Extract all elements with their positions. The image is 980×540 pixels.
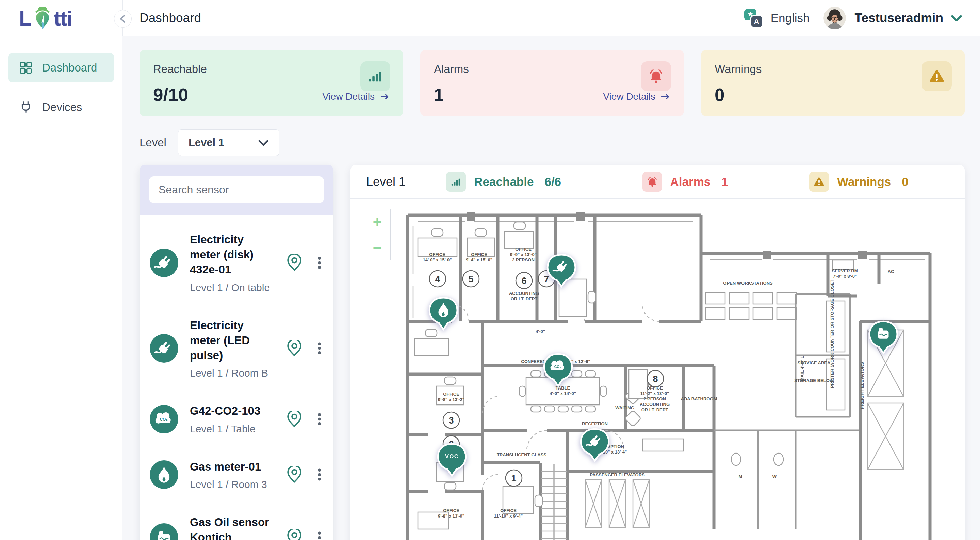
svg-text:1: 1 <box>511 473 516 483</box>
level-dropdown[interactable]: Level 1 <box>178 129 279 156</box>
stat-title: Alarms <box>434 63 670 76</box>
svg-text:4'-0": 4'-0" <box>536 329 545 334</box>
locate-pin-icon[interactable] <box>286 340 303 357</box>
svg-text:TRANSLUCENT GLASS: TRANSLUCENT GLASS <box>497 452 546 457</box>
svg-text:SERVER RM: SERVER RM <box>832 268 858 273</box>
arrow-right-icon <box>661 92 670 101</box>
svg-text:MAIL 4'-0" L: MAIL 4'-0" L <box>800 356 805 381</box>
svg-text:5: 5 <box>468 274 473 284</box>
svg-text:OFFICE: OFFICE <box>429 252 445 257</box>
translate-icon[interactable]: A <box>743 8 763 28</box>
svg-text:ACCOUNTING: ACCOUNTING <box>640 402 670 407</box>
dashboard-grid-icon <box>19 61 33 75</box>
search-input[interactable] <box>149 176 324 203</box>
svg-text:FREIGHT ELEVATORS: FREIGHT ELEVATORS <box>859 362 865 409</box>
kebab-menu-icon[interactable] <box>316 408 323 430</box>
view-details-link[interactable]: View Details <box>322 91 389 102</box>
zoom-out-button[interactable]: − <box>364 234 390 260</box>
kebab-menu-icon[interactable] <box>316 338 323 359</box>
language-label[interactable]: English <box>771 11 810 25</box>
stat-title: Warnings <box>714 63 951 76</box>
chevron-down-icon <box>258 137 269 148</box>
locate-pin-icon[interactable] <box>286 466 303 483</box>
svg-text:9'-4" x 15'-0": 9'-4" x 15'-0" <box>466 257 492 263</box>
svg-text:AC: AC <box>888 269 894 274</box>
floor-plan-card: Level 1 Reachable6/6 Alarms1 <box>350 165 965 540</box>
svg-text:A: A <box>754 18 759 26</box>
stat-title: Reachable <box>153 63 390 76</box>
svg-text:6: 6 <box>521 276 527 286</box>
co2-sensor-icon <box>150 405 178 433</box>
sensor-location: Level 1 / On table <box>190 282 274 293</box>
kebab-menu-icon[interactable] <box>316 527 323 540</box>
avatar[interactable] <box>824 7 846 29</box>
svg-text:W: W <box>772 474 777 479</box>
sidebar-collapse-button[interactable] <box>114 10 132 27</box>
svg-text:OFFICE: OFFICE <box>500 508 517 513</box>
svg-text:ACCOUNTING: ACCOUNTING <box>509 291 539 296</box>
svg-text:11'-2" x 13'-0": 11'-2" x 13'-0" <box>640 391 669 396</box>
map-marker-flame[interactable] <box>430 298 457 329</box>
sensor-location: Level 1 / Room 3 <box>190 479 274 490</box>
sensor-list-item[interactable]: Gas Oil sensor Kontich Level 1 / Stairca… <box>150 503 323 540</box>
stat-cards-row: Reachable 9/10 View Details Alarms 1 Vie… <box>140 50 965 116</box>
arrow-right-icon <box>380 92 389 101</box>
sensor-list-item[interactable]: Electricity meter (disk) 432e-01 Level 1… <box>150 220 323 306</box>
sensor-search-header <box>140 165 334 215</box>
stat-card-reachable: Reachable 9/10 View Details <box>140 50 403 116</box>
svg-text:OFFICE: OFFICE <box>515 247 531 252</box>
stat-value: 0 <box>714 84 951 105</box>
sensor-name: Gas Oil sensor Kontich <box>190 515 274 540</box>
svg-text:WAITING: WAITING <box>615 405 634 410</box>
plug-sensor-icon <box>150 248 178 277</box>
level-dropdown-value: Level 1 <box>189 137 224 149</box>
plug-icon <box>19 100 33 114</box>
svg-text:14'-0" x 15'-0": 14'-0" x 15'-0" <box>423 257 452 263</box>
sensor-location: Level 1 / Room B <box>190 367 274 379</box>
tank-sensor-icon <box>150 523 178 540</box>
locate-pin-icon[interactable] <box>286 411 303 428</box>
floor-plan[interactable]: OFFICE14'-0" x 15'-0"OFFICE9'-4" x 15'-0… <box>404 205 932 540</box>
svg-text:8: 8 <box>653 374 658 384</box>
svg-text:OFFICE: OFFICE <box>443 508 460 513</box>
floor-plan-header: Level 1 Reachable6/6 Alarms1 <box>350 165 965 199</box>
svg-text:OR I.T. DEPT: OR I.T. DEPT <box>511 296 538 301</box>
svg-text:PRINTER 1: PRINTER 1 <box>830 365 835 388</box>
zoom-in-button[interactable]: + <box>364 209 390 234</box>
sensor-list: Electricity meter (disk) 432e-01 Level 1… <box>140 215 334 540</box>
svg-text:4: 4 <box>435 274 440 284</box>
svg-text:2 PERSON: 2 PERSON <box>512 257 535 263</box>
sensor-name: Gas meter-01 <box>190 459 274 474</box>
user-menu-chevron-down-icon[interactable] <box>951 12 962 24</box>
sidebar-item-label: Dashboard <box>42 61 97 74</box>
logo-text-tti: tti <box>54 6 72 30</box>
sidebar: Dashboard Devices <box>0 36 123 540</box>
sidebar-item-devices[interactable]: Devices <box>8 92 114 122</box>
locate-pin-icon[interactable] <box>286 529 303 540</box>
sidebar-item-label: Devices <box>42 101 82 114</box>
sensor-list-item[interactable]: G42-CO2-103 Level 1 / Table <box>150 391 323 447</box>
svg-text:OFFICE: OFFICE <box>471 252 487 257</box>
sensor-list-item[interactable]: Gas meter-01 Level 1 / Room 3 <box>150 447 323 503</box>
svg-text:9'-8" x 13'-2": 9'-8" x 13'-2" <box>438 397 465 402</box>
sensor-name: Electricity meter (LED pulse) <box>190 318 274 363</box>
sidebar-item-dashboard[interactable]: Dashboard <box>8 53 114 83</box>
svg-text:7: 7 <box>544 274 549 284</box>
sensor-list-item[interactable]: Electricity meter (LED pulse) Level 1 / … <box>150 306 323 392</box>
stat-card-alarms: Alarms 1 View Details <box>420 50 684 116</box>
svg-text:PASSENGER ELEVATORS: PASSENGER ELEVATORS <box>590 472 645 477</box>
svg-text:OFFICE: OFFICE <box>443 392 460 397</box>
view-details-link[interactable]: View Details <box>603 91 670 102</box>
svg-text:ADA BATHROOM: ADA BATHROOM <box>681 396 717 401</box>
flame-sensor-icon <box>150 460 178 489</box>
logo-pin-icon <box>32 5 53 29</box>
locate-pin-icon[interactable] <box>286 254 303 271</box>
map-marker-plug[interactable] <box>581 429 609 461</box>
kebab-menu-icon[interactable] <box>316 464 323 486</box>
kebab-menu-icon[interactable] <box>316 252 323 274</box>
floor-plan-viewport[interactable]: + − <box>350 199 965 540</box>
floor-plan-title: Level 1 <box>366 175 406 189</box>
username[interactable]: Testuseradmin <box>855 11 943 25</box>
badge-reachable: Reachable6/6 <box>446 172 561 192</box>
svg-text:M: M <box>739 474 743 479</box>
